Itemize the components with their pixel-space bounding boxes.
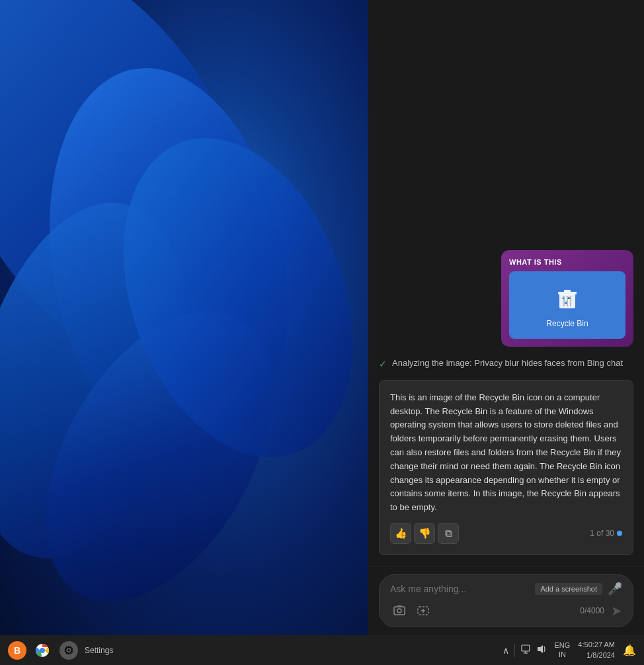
chat-input[interactable]: [390, 584, 530, 594]
screenshot-button[interactable]: [390, 601, 409, 620]
svg-rect-12: [522, 645, 530, 651]
input-icons: [390, 601, 432, 620]
recycle-bin-label: Recycle Bin: [546, 319, 588, 328]
svg-rect-6: [394, 607, 405, 615]
chat-area: WHAT IS THIS: [368, 0, 644, 566]
chat-panel: WHAT IS THIS: [368, 0, 644, 635]
screenshot-tooltip: Add a screenshot: [535, 583, 602, 595]
region-screenshot-button[interactable]: [414, 601, 432, 620]
network-icon[interactable]: [520, 644, 531, 656]
response-footer: 👍 👎 ⧉ 1 of 30: [390, 523, 622, 544]
page-dot: [617, 531, 622, 536]
chat-input-container: Add a screenshot 🎤: [379, 574, 633, 627]
analysis-status: ✓ Analyzing the image: Privacy blur hide…: [379, 355, 633, 372]
chrome-taskbar-icon[interactable]: [32, 640, 53, 661]
response-text: This is an image of the Recycle Bin icon…: [390, 391, 622, 515]
tray-divider: [514, 644, 515, 657]
check-icon: ✓: [379, 359, 387, 369]
response-card: This is an image of the Recycle Bin icon…: [379, 380, 633, 555]
thumbs-up-button[interactable]: 👍: [390, 523, 411, 544]
svg-rect-8: [397, 605, 401, 607]
thumbs-down-button[interactable]: 👎: [414, 523, 435, 544]
datetime-display[interactable]: 4:50:27 AM 1/8/2024: [578, 640, 615, 660]
page-indicator: 1 of 30: [590, 529, 622, 538]
feedback-buttons: 👍 👎 ⧉: [390, 523, 459, 544]
taskbar-right: ∧ ENG IN 4:50:27 AM 1/8/2024 🔔: [503, 640, 637, 660]
notification-icon[interactable]: 🔔: [623, 644, 636, 656]
taskbar-left: B ⚙ Settings: [8, 640, 113, 661]
bing-taskbar-icon[interactable]: B: [8, 641, 26, 660]
send-button[interactable]: ➤: [611, 603, 622, 619]
system-tray: ∧: [503, 644, 547, 657]
input-bottom-row: 0/4000 ➤: [390, 601, 622, 620]
volume-icon[interactable]: [536, 644, 547, 656]
recycle-bin-preview: Recycle Bin: [509, 271, 625, 339]
show-hidden-tray-button[interactable]: ∧: [503, 645, 509, 656]
svg-point-7: [397, 609, 401, 613]
char-count: 0/4000: [580, 606, 604, 615]
input-area: Add a screenshot 🎤: [368, 566, 644, 635]
mic-icon[interactable]: 🎤: [608, 582, 622, 596]
svg-rect-2: [564, 290, 571, 292]
settings-gear-icon: ⚙: [60, 641, 78, 660]
lang-indicator[interactable]: ENG IN: [555, 641, 571, 658]
taskbar: B ⚙ Settings ∧: [0, 635, 644, 665]
chat-input-row: Add a screenshot 🎤: [390, 582, 622, 596]
what-is-this-label: WHAT IS THIS: [509, 258, 625, 266]
analysis-text: Analyzing the image: Privacy blur hides …: [392, 357, 623, 369]
desktop-background: [0, 0, 368, 635]
settings-label[interactable]: Settings: [85, 646, 113, 655]
svg-marker-15: [538, 645, 543, 653]
what-is-this-card: WHAT IS THIS: [501, 250, 633, 347]
recycle-bin-icon: [551, 282, 583, 314]
page-count: 1 of 30: [590, 529, 614, 538]
copy-button[interactable]: ⧉: [438, 523, 459, 544]
settings-taskbar-icon[interactable]: ⚙: [58, 640, 79, 661]
